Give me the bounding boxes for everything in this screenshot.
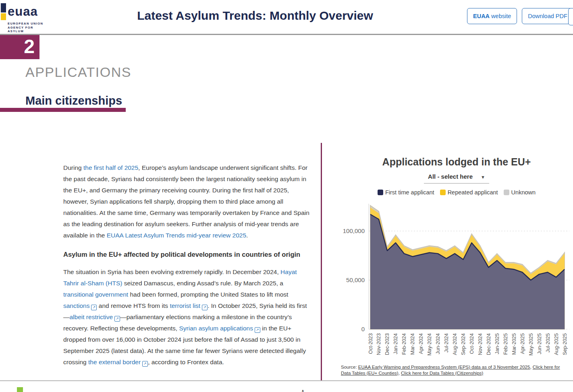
section-title: APPLICATIONS [25, 64, 131, 80]
chevron-down-icon: ▼ [481, 175, 485, 179]
external-link-icon: ↗ [114, 316, 120, 322]
logo-navy-square [1, 3, 6, 12]
external-link-icon: ↗ [142, 361, 148, 367]
x-tick-label: Mar-2025 [511, 333, 517, 355]
x-tick-label: Apr-2024 [418, 333, 424, 354]
chart-title: Applications lodged in the EU+ [331, 156, 573, 168]
caret-up-icon: ▴ [302, 388, 304, 392]
inline-link[interactable]: transitional government [63, 291, 128, 298]
logo-subtitle-1: EUROPEAN UNION [8, 22, 43, 25]
article: During the first half of 2025, Europe’s … [63, 162, 312, 368]
external-link-icon: ↗ [255, 327, 260, 333]
applications-area-chart[interactable]: 050,000100,000Oct-2023Nov-2023Dec-2023Ja… [322, 200, 573, 369]
inline-link[interactable]: EUAA Latest Asylum Trends mid-year revie… [107, 232, 246, 239]
next-section-logo-fragment [17, 387, 23, 392]
x-tick-label: Aug-2025 [554, 333, 559, 355]
chart-header: Applications lodged in the EU+ All - sel… [331, 156, 573, 196]
euaa-website-button-bold: EUAA [473, 13, 490, 19]
x-tick-label: Nov-2024 [478, 333, 483, 355]
euaa-logo[interactable]: euaa EUROPEAN UNION AGENCY FOR ASYLUM [1, 3, 45, 31]
legend-label: Unknown [511, 189, 536, 196]
x-tick-label: Sep-2025 [562, 333, 568, 355]
vertical-divider [321, 143, 322, 381]
legend-swatch [378, 190, 383, 195]
inline-link[interactable]: sanctions [63, 302, 89, 309]
euaa-website-button-rest: website [490, 13, 511, 19]
subsection-underline [0, 108, 126, 112]
inline-link[interactable]: the first half of 2025 [83, 164, 138, 171]
inline-link[interactable]: Click here for Data Tables (Citizenships… [401, 371, 483, 375]
bottom-rule [0, 380, 573, 381]
paragraph-1: During the first half of 2025, Europe’s … [63, 162, 312, 241]
legend-swatch [440, 190, 446, 195]
x-tick-label: Oct-2023 [368, 333, 374, 354]
legend-item[interactable]: Repeated applicant [440, 189, 498, 196]
x-tick-label: Feb-2024 [401, 333, 407, 355]
x-tick-label: Jun-2024 [435, 333, 441, 354]
x-tick-label: Nov-2023 [376, 333, 382, 355]
article-heading: Asylum in the EU+ affected by political … [63, 249, 312, 260]
x-tick-label: Oct-2024 [469, 333, 475, 354]
x-tick-label: Mar-2024 [410, 333, 415, 355]
page-title: Latest Asylum Trends: Monthly Overview [113, 9, 397, 23]
section-number-badge: 2 [0, 35, 39, 59]
inline-link[interactable]: the external border [88, 359, 141, 365]
legend-item[interactable]: Unknown [504, 189, 536, 196]
download-pdf-button[interactable]: Download PDF [522, 8, 573, 24]
external-link-icon: ↗ [202, 305, 208, 310]
page: euaa EUROPEAN UNION AGENCY FOR ASYLUM La… [0, 0, 573, 392]
dropdown-value: All - select here [428, 173, 473, 180]
subsection-title: Main citizenships [25, 94, 122, 107]
legend-swatch [504, 190, 509, 195]
x-tick-label: Feb-2025 [503, 333, 509, 355]
y-tick-label: 0 [361, 326, 365, 332]
legend-label: Repeated applicant [448, 189, 498, 196]
external-link-icon: ↗ [91, 305, 97, 310]
x-tick-label: Jun-2025 [537, 333, 542, 354]
inline-link[interactable]: terrorist list [170, 302, 200, 309]
legend-item[interactable]: First time applicant [378, 189, 434, 196]
logo-brand-text: euaa [8, 6, 38, 18]
paragraph-2: The situation in Syria has been evolving… [63, 266, 312, 368]
inline-link[interactable]: EUAA Early Warning and Preparedness Syst… [358, 365, 530, 369]
logo-yellow-square [1, 13, 6, 20]
x-tick-label: Aug-2024 [452, 333, 458, 355]
x-tick-label: Dec-2024 [486, 333, 492, 355]
x-tick-label: Sep-2024 [461, 333, 466, 355]
chart-legend: First time applicantRepeated applicantUn… [331, 189, 573, 196]
chart-source: Source: EUAA Early Warning and Preparedn… [341, 364, 569, 376]
inline-link[interactable]: albeit restrictive [70, 314, 113, 320]
legend-label: First time applicant [385, 189, 434, 196]
x-tick-label: Jul-2025 [545, 333, 551, 353]
cut-off-button[interactable] [568, 8, 573, 25]
euaa-website-button[interactable]: EUAA website [467, 8, 517, 24]
x-tick-label: Jan-2025 [494, 333, 500, 354]
x-tick-label: Jan-2024 [393, 333, 399, 354]
x-tick-label: May-2024 [427, 333, 432, 356]
header: euaa EUROPEAN UNION AGENCY FOR ASYLUM La… [0, 0, 573, 35]
logo-subtitle-2: AGENCY FOR ASYLUM [8, 26, 45, 33]
x-tick-label: Dec-2023 [384, 333, 390, 355]
y-tick-label: 100,000 [343, 227, 365, 234]
x-tick-label: Jul-2024 [444, 333, 449, 353]
header-buttons: EUAA website Download PDF [467, 8, 573, 24]
x-tick-label: May-2025 [528, 333, 534, 356]
x-tick-label: Apr-2025 [520, 333, 525, 354]
country-filter-dropdown[interactable]: All - select here▼ [424, 173, 489, 184]
y-tick-label: 50,000 [346, 276, 365, 283]
inline-link[interactable]: Hayat Tahrir al-Sham (HTS) [63, 268, 297, 287]
inline-link[interactable]: Syrian asylum applications [179, 325, 253, 332]
logo-squares [1, 3, 6, 20]
